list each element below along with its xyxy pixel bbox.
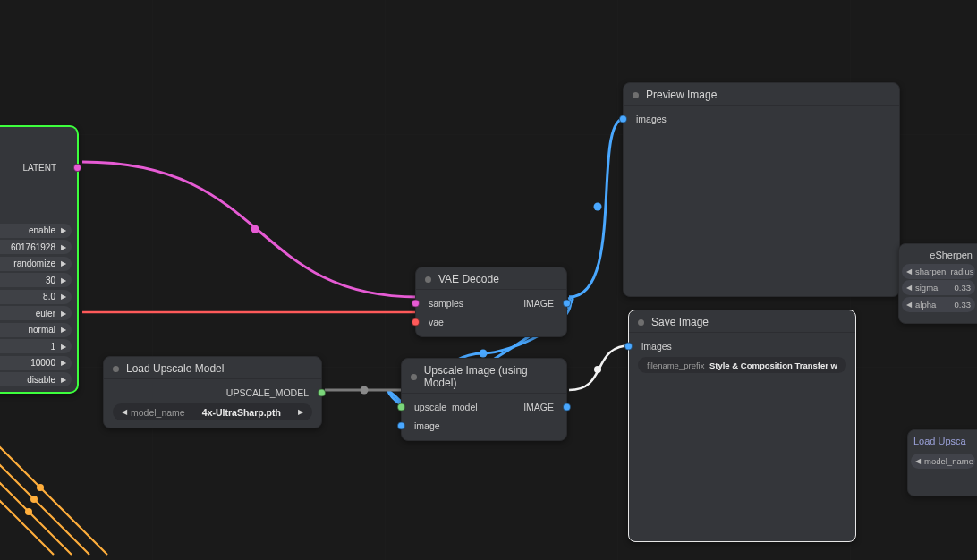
sharpen-param-1[interactable]: ◀sigma0.33 — [902, 280, 975, 295]
latent-output-slot[interactable]: LATENT — [22, 163, 70, 173]
chevron-left-icon: ◀ — [906, 284, 912, 292]
latent-port[interactable] — [73, 164, 81, 172]
ksampler-node[interactable]: LATENT enable▶601761928▶randomize▶30▶8.0… — [0, 125, 79, 394]
samples-input[interactable]: samples — [425, 295, 491, 310]
vae-port[interactable] — [412, 318, 420, 326]
collapse-dot-icon[interactable] — [638, 319, 644, 326]
svg-point-0 — [251, 225, 259, 233]
ksampler-param-6[interactable]: normal▶ — [0, 323, 72, 337]
svg-point-1 — [594, 203, 602, 211]
upscale-model-output[interactable]: UPSCALE_MODEL — [113, 385, 312, 400]
ksampler-param-9[interactable]: disable▶ — [0, 372, 72, 386]
chevron-right-icon: ▶ — [61, 376, 66, 384]
chevron-left-icon: ◀ — [906, 267, 912, 276]
filename-prefix-widget[interactable]: filename_prefix Style & Composition Tran… — [638, 357, 846, 373]
svg-point-3 — [361, 386, 369, 395]
node-title[interactable]: Preview Image — [624, 83, 899, 106]
images-port[interactable] — [624, 342, 633, 350]
save-image-node[interactable]: Save Image images filename_prefix Style … — [628, 310, 856, 542]
chevron-right-icon: ▶ — [61, 276, 66, 284]
chevron-right-icon: ▶ — [61, 226, 66, 234]
svg-point-5 — [25, 508, 32, 515]
chevron-right-icon: ▶ — [298, 408, 303, 416]
chevron-right-icon: ▶ — [61, 326, 66, 334]
collapse-dot-icon[interactable] — [425, 276, 431, 283]
preview-image-node[interactable]: Preview Image images — [623, 82, 900, 297]
collapse-dot-icon[interactable] — [411, 374, 417, 380]
chevron-right-icon: ▶ — [61, 310, 66, 318]
ksampler-param-1[interactable]: 601761928▶ — [0, 240, 72, 254]
upscale-model-input[interactable]: upscale_model — [411, 399, 484, 414]
chevron-left-icon: ◀ — [915, 457, 921, 465]
svg-point-4 — [594, 366, 601, 373]
model-name-widget[interactable]: ◀ model_name 4x-UltraSharp.pth ▶ — [113, 403, 312, 420]
latent-label: LATENT — [22, 163, 56, 173]
node-title[interactable]: Load Upscale Model — [104, 357, 321, 379]
ksampler-param-2[interactable]: randomize▶ — [0, 257, 72, 271]
ksampler-param-0[interactable]: enable▶ — [0, 224, 72, 238]
chevron-right-icon: ▶ — [61, 359, 66, 367]
svg-point-2 — [480, 350, 488, 358]
chevron-left-icon: ◀ — [906, 301, 912, 309]
image-output[interactable]: IMAGE — [491, 295, 557, 310]
collapse-dot-icon[interactable] — [633, 92, 639, 98]
upscale-model-port[interactable] — [397, 403, 405, 411]
node-title[interactable]: VAE Decode — [416, 267, 566, 290]
sharpen-param-2[interactable]: ◀alpha0.33 — [902, 297, 975, 312]
image-input[interactable]: image — [411, 418, 557, 433]
image-output[interactable]: IMAGE — [484, 399, 557, 414]
samples-port[interactable] — [412, 299, 420, 307]
vae-decode-node[interactable]: VAE Decode samples IMAGE vae — [415, 267, 567, 337]
node-title: eSherpen — [899, 244, 977, 262]
svg-point-6 — [30, 496, 38, 503]
ksampler-param-7[interactable]: 1▶ — [0, 339, 72, 353]
sharpen-param-0[interactable]: ◀sharpen_radius — [902, 264, 975, 279]
images-port[interactable] — [619, 115, 627, 123]
vae-input[interactable]: vae — [425, 314, 557, 329]
svg-point-7 — [37, 484, 44, 491]
image-port[interactable] — [563, 299, 571, 307]
load-upscale-model-node[interactable]: Load Upscale Model UPSCALE_MODEL ◀ model… — [103, 356, 322, 428]
chevron-right-icon: ▶ — [61, 343, 66, 351]
chevron-right-icon: ▶ — [61, 293, 66, 301]
upscale-image-node[interactable]: Upscale Image (using Model) upscale_mode… — [401, 358, 567, 441]
node-title[interactable]: Save Image — [629, 310, 855, 333]
chevron-right-icon: ▶ — [61, 243, 66, 251]
image-port[interactable] — [397, 421, 405, 429]
image-port[interactable] — [563, 403, 571, 411]
collapse-dot-icon[interactable] — [113, 366, 119, 372]
chevron-right-icon: ▶ — [61, 259, 66, 267]
ksampler-param-4[interactable]: 8.0▶ — [0, 290, 72, 304]
sharpen-node[interactable]: eSherpen ◀sharpen_radius◀sigma0.33◀alpha… — [898, 243, 977, 324]
ksampler-param-3[interactable]: 30▶ — [0, 273, 72, 287]
ksampler-param-5[interactable]: euler▶ — [0, 306, 72, 320]
chevron-left-icon: ◀ — [122, 408, 127, 416]
upscale-model-port[interactable] — [318, 388, 326, 396]
load-upscale-node-2[interactable]: Load Upsca ◀ model_name — [907, 429, 977, 496]
images-input[interactable]: images — [633, 111, 890, 126]
node-title[interactable]: Upscale Image (using Model) — [402, 359, 566, 394]
images-input[interactable]: images — [638, 338, 846, 353]
ksampler-param-8[interactable]: 10000▶ — [0, 356, 72, 370]
node-title: Load Upsca — [908, 430, 977, 450]
model-name-widget[interactable]: ◀ model_name — [911, 454, 975, 469]
